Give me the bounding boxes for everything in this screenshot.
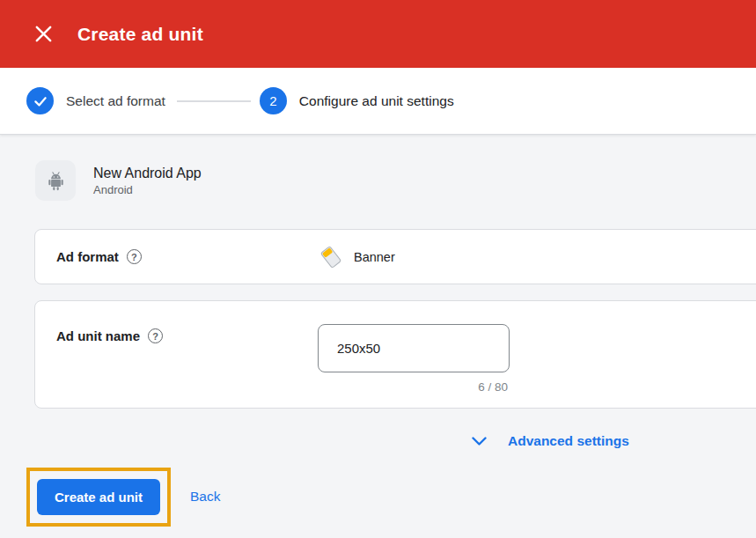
step-number-badge: 2 xyxy=(260,87,287,114)
app-name: New Android App xyxy=(93,164,202,182)
ad-format-value: Banner xyxy=(354,250,395,264)
advanced-settings-label: Advanced settings xyxy=(508,433,629,449)
ad-unit-name-label-group: Ad unit name ? xyxy=(56,324,318,343)
help-icon[interactable]: ? xyxy=(127,249,142,264)
step-label: Configure ad unit settings xyxy=(299,93,454,109)
help-icon[interactable]: ? xyxy=(148,328,163,343)
close-button[interactable] xyxy=(32,23,55,46)
step-connector xyxy=(177,100,251,102)
chevron-down-icon xyxy=(472,437,497,446)
app-summary: New Android App Android xyxy=(35,160,756,201)
create-ad-unit-button[interactable]: Create ad unit xyxy=(37,479,160,515)
ad-format-value-group: Banner xyxy=(318,245,395,269)
ad-unit-name-label: Ad unit name xyxy=(56,328,140,343)
ad-unit-name-input-group: 6 / 80 xyxy=(318,324,510,394)
app-text: New Android App Android xyxy=(93,164,202,198)
annotation-highlight-box: Create ad unit xyxy=(26,468,171,527)
android-icon xyxy=(35,160,76,201)
back-button[interactable]: Back xyxy=(190,489,220,505)
ad-format-label: Ad format xyxy=(56,249,119,264)
dialog-body: New Android App Android Ad format ? xyxy=(0,135,756,538)
char-counter: 6 / 80 xyxy=(318,380,510,394)
ad-unit-name-card: Ad unit name ? 6 / 80 xyxy=(34,300,756,409)
dialog-title: Create ad unit xyxy=(77,24,203,45)
app-platform: Android xyxy=(93,182,202,198)
step-completed-check-icon xyxy=(26,87,54,114)
banner-icon xyxy=(318,245,344,269)
step-configure-ad-unit-settings[interactable]: 2 Configure ad unit settings xyxy=(260,87,454,114)
step-select-ad-format[interactable]: Select ad format xyxy=(26,87,165,114)
stepper: Select ad format 2 Configure ad unit set… xyxy=(0,68,756,135)
close-icon xyxy=(33,24,54,44)
footer-actions: Create ad unit Back xyxy=(26,468,756,527)
dialog-header: Create ad unit xyxy=(0,0,756,68)
advanced-settings-toggle[interactable]: Advanced settings xyxy=(472,433,629,449)
ad-unit-name-input[interactable] xyxy=(318,324,510,372)
step-label: Select ad format xyxy=(66,93,165,109)
ad-format-card: Ad format ? Banner xyxy=(34,229,756,284)
create-ad-unit-dialog: Create ad unit Select ad format 2 Config… xyxy=(0,0,756,538)
ad-format-label-group: Ad format ? xyxy=(56,249,318,264)
